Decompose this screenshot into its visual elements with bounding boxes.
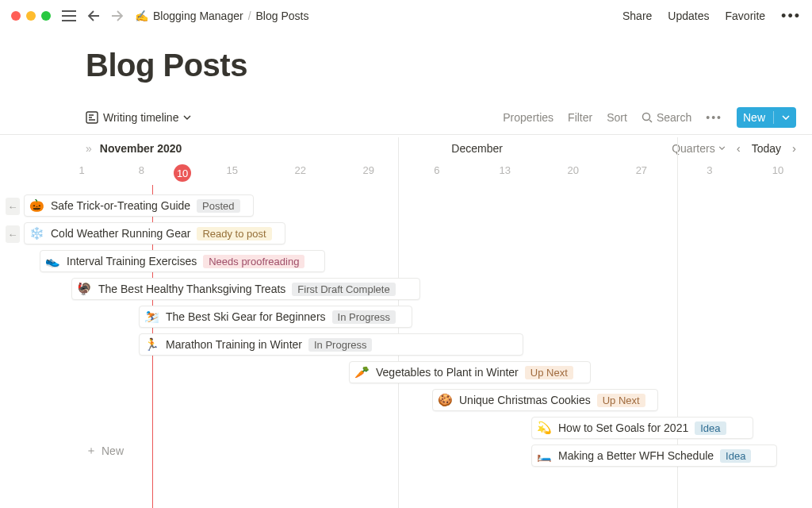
status-tag: Ready to post [197,227,271,241]
plus-icon: ＋ [86,444,97,458]
search-button[interactable]: Search [642,111,691,124]
day-cell: 15 [198,161,266,185]
page-title[interactable]: Blog Posts [86,48,812,83]
breadcrumb-emoji: ✍️ [135,10,148,22]
breadcrumb-parent[interactable]: Blogging Manager [153,10,243,22]
item-emoji: 🛏️ [537,448,552,463]
close-window[interactable] [11,11,21,21]
status-tag: Up Next [597,394,645,407]
day-cell: 22 [266,161,335,185]
day-cell: 8 [116,161,167,185]
viewbar-right: Properties Filter Sort Search ••• New [503,107,796,128]
item-emoji: ⛷️ [144,310,159,324]
day-cell: 1 [48,161,116,185]
item-title: Making a Better WFH Schedule [558,449,714,462]
forward-icon[interactable] [111,10,124,21]
timeline-item[interactable]: ←🎃Safe Trick-or-Treating GuidePosted [24,194,254,217]
search-icon [642,112,653,123]
properties-button[interactable]: Properties [503,111,553,124]
new-row-label: New [102,444,124,457]
scale-selector[interactable]: Quarters [672,142,725,155]
timeline-header: » November 2020 December Quarters ‹ Toda… [0,134,812,155]
expand-icon[interactable]: » [86,142,92,155]
scroll-back-handle[interactable]: ← [6,225,20,243]
chevron-down-icon [782,115,790,120]
item-title: Interval Training Exercises [67,255,197,267]
timeline-item[interactable]: 👟Interval Training ExercisesNeeds proofr… [40,250,325,272]
menu-icon[interactable] [62,10,76,21]
prev-button[interactable]: ‹ [737,141,741,155]
search-label: Search [657,111,691,124]
topbar: ✍️ Blogging Manager / Blog Posts Share U… [0,0,812,32]
item-emoji: 🦃 [77,282,92,296]
current-month: November 2020 [100,142,182,155]
favorite-button[interactable]: Favorite [726,10,766,22]
scroll-back-handle[interactable]: ← [6,198,20,215]
status-tag: Idea [695,421,726,435]
item-emoji: 🍪 [438,393,453,407]
status-tag: Idea [720,449,751,463]
svg-point-1 [642,114,649,121]
timeline-item[interactable]: 🍪Unique Christmas CookiesUp Next [432,389,658,411]
status-tag: First Draft Complete [292,283,395,296]
chevron-down-icon [183,115,191,120]
status-tag: Needs proofreading [203,255,304,268]
sort-button[interactable]: Sort [607,111,627,124]
day-cell: 27 [607,161,676,185]
day-cell: 13 [471,161,539,185]
item-emoji: 💫 [537,421,552,435]
view-name: Writing timeline [103,111,178,124]
item-title: How to Set Goals for 2021 [558,421,688,434]
status-tag: Posted [197,199,239,213]
item-title: The Best Ski Gear for Beginners [166,310,326,323]
maximize-window[interactable] [41,11,51,21]
day-cell: 10 [744,161,812,185]
status-tag: Up Next [525,366,573,379]
item-emoji: 👟 [45,254,60,268]
day-cell: 10 [167,161,198,185]
chevron-down-icon [718,146,726,150]
filter-button[interactable]: Filter [568,111,592,124]
day-cell: 3 [676,161,744,185]
minimize-window[interactable] [26,11,36,21]
timeline-bars[interactable]: ←🎃Safe Trick-or-Treating GuidePosted←❄️C… [0,194,812,480]
view-more-icon[interactable]: ••• [706,111,722,124]
breadcrumb: ✍️ Blogging Manager / Blog Posts [135,10,308,22]
item-title: The Best Healthy Thanksgiving Treats [98,283,285,295]
updates-button[interactable]: Updates [668,10,709,22]
new-label: New [743,111,765,124]
divider [773,111,774,124]
timeline-item[interactable]: 🛏️Making a Better WFH ScheduleIdea [531,444,777,467]
breadcrumb-sep: / [248,10,251,22]
timeline-grid: 18101522296132027310 ←🎃Safe Trick-or-Tre… [0,161,812,480]
item-title: Cold Weather Running Gear [51,227,190,240]
item-emoji: 🎃 [29,198,44,213]
more-icon[interactable]: ••• [781,8,801,25]
item-emoji: 🏃 [144,337,159,352]
timeline-item[interactable]: 💫How to Set Goals for 2021Idea [531,417,753,439]
view-selector[interactable]: Writing timeline [86,111,191,124]
next-button[interactable]: › [792,141,796,155]
share-button[interactable]: Share [622,10,652,22]
scale-label: Quarters [672,142,714,155]
item-title: Safe Trick-or-Treating Guide [51,199,190,212]
day-cell: 29 [335,161,403,185]
viewbar: Writing timeline Properties Filter Sort … [0,83,812,134]
timeline-icon [86,111,98,124]
new-button[interactable]: New [737,107,796,128]
back-icon[interactable] [87,10,100,21]
timeline-item[interactable]: 🏃Marathon Training in WinterIn Progress [139,333,523,356]
timeline-item[interactable]: ←❄️Cold Weather Running GearReady to pos… [24,222,285,244]
today-button[interactable]: Today [752,142,781,155]
new-row-button[interactable]: ＋ New [86,444,124,458]
topbar-right: Share Updates Favorite ••• [622,8,801,25]
timeline-item[interactable]: 🥕Vegetables to Plant in WinterUp Next [349,361,591,383]
status-tag: In Progress [308,338,372,352]
day-cell: 6 [403,161,471,185]
timeline-item[interactable]: 🦃The Best Healthy Thanksgiving TreatsFir… [71,278,420,300]
item-emoji: 🥕 [354,365,370,379]
timeline-controls: Quarters ‹ Today › [672,141,796,155]
day-row: 18101522296132027310 [0,161,812,185]
timeline-item[interactable]: ⛷️The Best Ski Gear for BeginnersIn Prog… [139,306,412,328]
breadcrumb-current[interactable]: Blog Posts [256,10,309,22]
